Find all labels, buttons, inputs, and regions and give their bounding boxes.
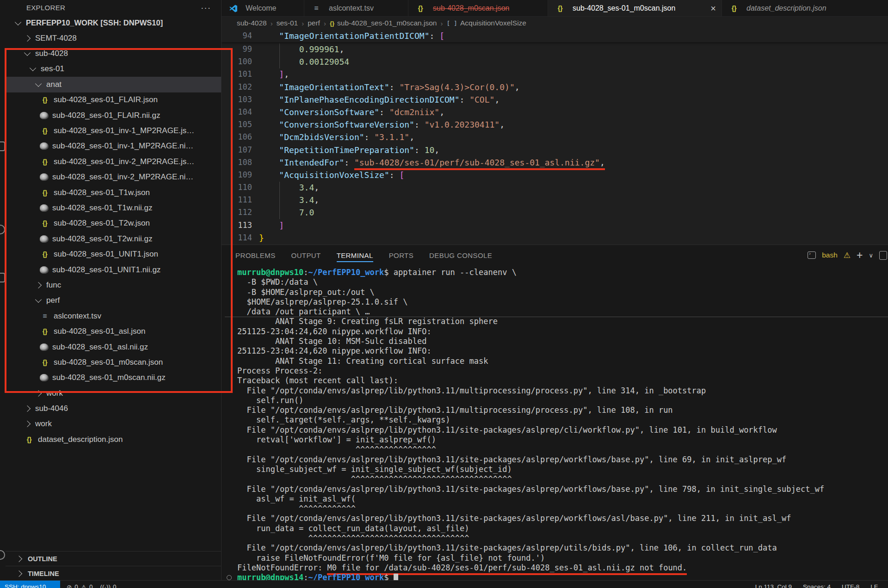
activity-bar-icon[interactable]: [0, 225, 5, 234]
code-line-100[interactable]: 100 0.00129054: [221, 55, 888, 68]
tree-root-workspace[interactable]: PERFEPP10_WORK [SSH: DNPWS10]: [6, 15, 221, 31]
code-line-108[interactable]: 108 "IntendedFor": "sub-4028/ses-01/perf…: [221, 156, 888, 169]
tree-item-sub-4028-ses-01-inv-2-mp2rage-js[interactable]: {}sub-4028_ses-01_inv-2_MP2RAGE.js…: [6, 154, 221, 169]
tree-item-work[interactable]: work: [6, 416, 221, 432]
code-line-99[interactable]: 99 0.999961,: [221, 43, 888, 55]
tree-item-sub-4028-ses-01-unit1-nii-gz[interactable]: sub-4028_ses-01_UNIT1.nii.gz: [6, 262, 221, 277]
ports-status[interactable]: ((·)) 0: [100, 583, 116, 588]
code-line-113[interactable]: 113 ]: [221, 219, 888, 232]
breadcrumb-item-perf[interactable]: perf: [308, 19, 320, 27]
tab-dataset-description-json[interactable]: {}dataset_description.json: [722, 0, 888, 17]
tree-item-sub-4028-ses-01-t1w-nii-gz[interactable]: sub-4028_ses-01_T1w.nii.gz: [6, 200, 221, 215]
tree-item-sub-4028-ses-01-m0scan-json[interactable]: {}sub-4028_ses-01_m0scan.json: [6, 355, 221, 370]
tree-item-semt-4028[interactable]: SEMT-4028: [6, 31, 221, 46]
tree-item-sub-4028-ses-01-asl-nii-gz[interactable]: sub-4028_ses-01_asl.nii.gz: [6, 339, 221, 355]
code-line-102[interactable]: 102 "ImageOrientationText": "Tra>Sag(4.3…: [221, 81, 888, 93]
code-token: "ImageOrientationPatientDICOM": [279, 31, 429, 41]
code-line-104[interactable]: 104 "ConversionSoftware": "dcm2niix",: [221, 106, 888, 118]
tree-item-sub-4028-ses-01-t2w-json[interactable]: {}sub-4028_ses-01_T2w.json: [6, 216, 221, 231]
code-line-109[interactable]: 109 "AcquisitionVoxelSize": [: [221, 169, 888, 181]
panel-tab-output[interactable]: OUTPUT: [291, 245, 321, 265]
tree-item-label: sub-4028_ses-01_T1w.json: [54, 188, 150, 197]
panel-tab-debug-console[interactable]: DEBUG CONSOLE: [429, 245, 492, 265]
code-line-94[interactable]: 94 "ImageOrientationPatientDICOM": [: [221, 30, 888, 42]
code-line-114[interactable]: 114}: [221, 232, 888, 244]
code-line-112[interactable]: 112 7.0: [221, 206, 888, 219]
terminal-line-1: -B $PWD:/data \: [237, 277, 888, 287]
tab-aslcontext-tsv[interactable]: ≡aslcontext.tsv: [304, 0, 408, 17]
code-token: ,: [515, 82, 520, 92]
terminal-text: File "/opt/conda/envs/aslprep/lib/python…: [237, 543, 777, 552]
code-line-107[interactable]: 107 "RepetitionTimePreparation": 10,: [221, 144, 888, 156]
code-text: "Dcm2bidsVersion": "3.1.1",: [259, 131, 414, 143]
status-item-lf[interactable]: LF: [870, 583, 878, 588]
tree-item-label: perf: [46, 296, 60, 305]
tree-item-sub-4028[interactable]: sub-4028: [6, 46, 221, 61]
code-line-110[interactable]: 110 3.4,: [221, 181, 888, 194]
code-line-103[interactable]: 103 "InPlanePhaseEncodingDirectionDICOM"…: [221, 93, 888, 106]
breadcrumb-item-sub-4028[interactable]: sub-4028: [237, 19, 267, 27]
terminal-line-10: Process Process-2:: [237, 366, 888, 376]
problems-status[interactable]: ⊘ 0 ⚠ 0: [67, 583, 92, 588]
tree-item-dataset-description-json[interactable]: {}dataset_description.json: [6, 432, 221, 447]
tab-sub-4028-ses-01-m0scan-json[interactable]: {}sub-4028_ses-01_m0scan.json×: [548, 0, 722, 17]
terminal-text: self.run(): [237, 396, 303, 405]
tree-item-sub-4028-ses-01-asl-json[interactable]: {}sub-4028_ses-01_asl.json: [6, 324, 221, 339]
panel-tab-problems[interactable]: PROBLEMS: [235, 245, 276, 265]
split-terminal-icon[interactable]: [879, 251, 887, 260]
tree-item-func[interactable]: func: [6, 277, 221, 293]
code-token: 0.999961: [299, 44, 339, 54]
status-item-ln-113-col-9[interactable]: Ln 113, Col 9: [755, 583, 792, 588]
tree-item-ses-01[interactable]: ses-01: [6, 61, 221, 77]
terminal-line-23: asl_wf = init_asl_wf(: [237, 494, 888, 504]
tree-item-sub-4028-ses-01-m0scan-nii-gz[interactable]: sub-4028_ses-01_m0scan.nii.gz: [6, 370, 221, 386]
editor-code-area[interactable]: 99 0.999961,100 0.00129054101 ],102 "Ima…: [221, 43, 888, 245]
terminal-text: Traceback (most recent call last):: [237, 376, 398, 385]
tree-item-sub-4028-ses-01-flair-nii-gz[interactable]: sub-4028_ses-01_FLAIR.nii.gz: [6, 108, 221, 123]
tree-item-sub-4028-ses-01-unit1-json[interactable]: {}sub-4028_ses-01_UNIT1.json: [6, 246, 221, 262]
tree-item-sub-4028-ses-01-inv-1-mp2rage-js[interactable]: {}sub-4028_ses-01_inv-1_MP2RAGE.js…: [6, 123, 221, 138]
terminal-text: ~/PerfEPP10_work: [308, 268, 384, 277]
terminal-dropdown-icon[interactable]: ∨: [869, 252, 873, 259]
activity-bar-icon[interactable]: [0, 141, 5, 151]
code-line-105[interactable]: 105 "ConversionSoftwareVersion": "v1.0.2…: [221, 118, 888, 131]
terminal-output[interactable]: murrub@dnpws10:~/PerfEPP10_work$ apptain…: [221, 268, 888, 580]
status-item-utf-8[interactable]: UTF-8: [842, 583, 859, 588]
tree-item-sub-4046[interactable]: sub-4046: [6, 401, 221, 416]
panel-tab-ports[interactable]: PORTS: [389, 245, 413, 265]
terminal-line-19: File "/opt/conda/envs/aslprep/lib/python…: [237, 455, 888, 465]
code-token: ,: [409, 132, 414, 142]
tree-item-work[interactable]: work: [6, 386, 221, 401]
breadcrumb-item-acquisitionvoxelsize[interactable]: [ ]AcquisitionVoxelSize: [446, 19, 526, 27]
shell-label[interactable]: bash: [822, 251, 838, 259]
sidebar-section-outline[interactable]: OUTLINE: [6, 551, 221, 566]
breadcrumb-item-ses-01[interactable]: ses-01: [277, 19, 298, 27]
tree-item-sub-4028-ses-01-t1w-json[interactable]: {}sub-4028_ses-01_T1w.json: [6, 185, 221, 200]
panel-tab-terminal[interactable]: TERMINAL: [337, 245, 373, 265]
tab-welcome[interactable]: Welcome: [221, 0, 304, 17]
more-actions-icon[interactable]: ···: [201, 0, 211, 15]
tree-item-sub-4028-ses-01-inv-1-mp2rage-ni[interactable]: sub-4028_ses-01_inv-1_MP2RAGE.ni…: [6, 139, 221, 154]
activity-bar-icon[interactable]: [0, 273, 5, 282]
breadcrumb-item-sub-4028-ses-01-m0scan-json[interactable]: {}sub-4028_ses-01_m0scan.json: [330, 19, 437, 27]
tree-item-perf[interactable]: perf: [6, 293, 221, 308]
tab-sub-4028-m0scan-json[interactable]: {}sub-4028_m0scan.json: [408, 0, 548, 17]
tree-item-sub-4028-ses-01-t2w-nii-gz[interactable]: sub-4028_ses-01_T2w.nii.gz: [6, 231, 221, 246]
code-token: "IntendedFor": [279, 158, 344, 167]
sidebar-section-timeline[interactable]: TIMELINE: [6, 566, 221, 580]
tree-item-aslcontext-tsv[interactable]: ≡aslcontext.tsv: [6, 308, 221, 324]
tree-item-anat[interactable]: anat: [6, 77, 221, 92]
tree-item-sub-4028-ses-01-inv-2-mp2rage-ni[interactable]: sub-4028_ses-01_inv-2_MP2RAGE.ni…: [6, 170, 221, 185]
command-decoration-icon[interactable]: [227, 575, 232, 580]
new-terminal-icon[interactable]: +: [857, 250, 863, 261]
status-item-spaces-4[interactable]: Spaces: 4: [803, 583, 831, 588]
tree-item-sub-4028-ses-01-flair-json[interactable]: {}sub-4028_ses-01_FLAIR.json: [6, 92, 221, 108]
code-line-101[interactable]: 101 ],: [221, 68, 888, 80]
terminal-line-9: ANAT Stage 11: Creating cortical surface…: [237, 356, 888, 366]
activity-bar-icon[interactable]: [0, 550, 5, 560]
close-icon[interactable]: ×: [710, 4, 716, 13]
json-file-icon: {}: [555, 5, 565, 12]
code-line-111[interactable]: 111 3.4,: [221, 194, 888, 206]
remote-indicator[interactable]: SSH: dnpws10: [0, 581, 60, 588]
code-line-106[interactable]: 106 "Dcm2bidsVersion": "3.1.1",: [221, 131, 888, 143]
